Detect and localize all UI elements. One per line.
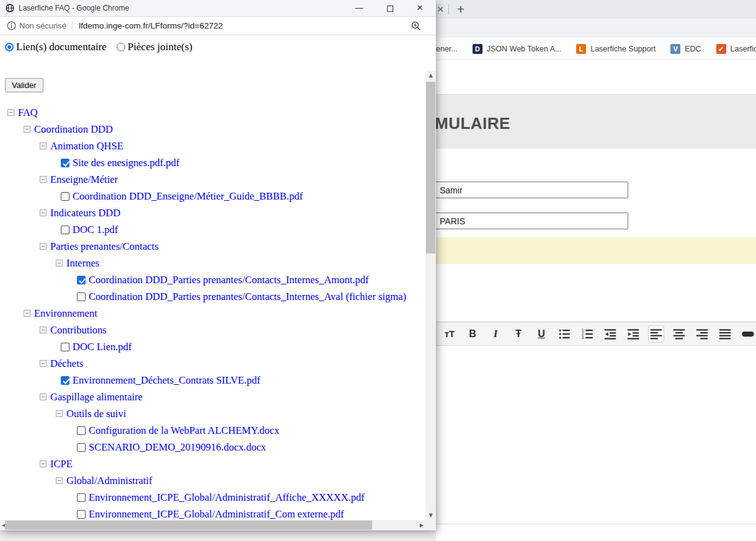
folder-label[interactable]: Gaspillage alimentaire [50,391,143,403]
scroll-up-arrow[interactable]: ▲ [425,73,436,78]
radio-icon[interactable] [117,43,125,51]
folder-label[interactable]: Internes [66,257,99,270]
zoom-icon[interactable] [411,21,421,31]
document-link[interactable]: Environnement_Déchets_Contrats SILVE.pdf [73,374,260,387]
scroll-right-arrow[interactable]: ▶ [420,522,424,528]
bookmark-item[interactable]: ener... [436,45,458,53]
vertical-scrollbar[interactable]: ▲ ▼ [425,71,436,520]
checkbox[interactable] [77,276,86,284]
radio-icon[interactable] [5,43,14,51]
name-field[interactable] [435,182,628,198]
folder-label[interactable]: Global/Administratif [66,475,152,487]
document-link[interactable]: Configuration de la WebPart ALCHEMY.docx [89,424,279,437]
folder-label[interactable]: Animation QHSE [50,140,123,152]
valider-button[interactable]: Valider [5,78,43,92]
collapse-icon[interactable]: − [56,477,63,484]
folder-label[interactable]: Parties prenantes/Contacts [50,240,159,253]
folder-label[interactable]: Outils de suivi [66,408,126,420]
folder-label[interactable]: Déchets [50,358,83,370]
italic-icon[interactable]: I [487,325,504,343]
url-text[interactable]: lfdemo.inge-com.fr/LFforms/?id=62722 [79,17,223,35]
info-icon[interactable] [7,21,16,30]
highlighted-field-row: XXX [434,237,756,264]
folder-label[interactable]: Indicateurs DDD [50,207,120,219]
collapse-icon[interactable]: − [24,126,30,133]
tab-close-icon[interactable]: ✕ [435,4,446,15]
horizontal-scrollbar[interactable]: ◀ ▶ [0,520,425,530]
editor-text-area[interactable] [436,346,756,451]
document-link[interactable]: DOC Lien.pdf [73,341,131,353]
radio-option[interactable]: Lien(s) documentaire [5,41,107,53]
bookmark-item[interactable]: VEDC [670,44,701,54]
folder-label[interactable]: ICPE [50,458,73,470]
horizontal-scroll-thumb[interactable] [5,521,372,530]
collapse-icon[interactable]: − [40,460,47,467]
document-link[interactable]: SCENARIO_DEMO_20190916.docx.docx [89,441,266,454]
bookmark-item[interactable]: LLaserfiche Support [576,44,656,54]
document-link[interactable]: Site des enesignes.pdf.pdf [73,157,179,169]
collapse-icon[interactable]: − [24,310,30,317]
bold-icon[interactable]: B [465,325,481,343]
bookmark-label: Laserfiche Forms [731,45,756,53]
collapse-icon[interactable]: − [56,260,63,266]
folder-label[interactable]: Environnement [34,307,97,320]
align-center-icon[interactable] [671,325,687,343]
collapse-icon[interactable]: − [56,410,63,417]
collapse-icon[interactable]: − [40,394,47,400]
collapse-icon[interactable]: − [40,243,47,250]
bullet-list-icon[interactable] [556,325,572,343]
document-link[interactable]: Coordination DDD_Enseigne/Métier_Guide_B… [73,190,303,203]
vertical-scroll-thumb[interactable] [426,82,435,253]
link-icon[interactable] [740,325,756,343]
checkbox[interactable] [61,376,69,385]
checkbox[interactable] [77,493,86,502]
tree-file-row: Configuration de la WebPart ALCHEMY.docx [0,422,425,439]
bookmark-item[interactable]: ✓Laserfiche Forms [716,44,756,54]
collapse-icon[interactable]: − [40,143,47,149]
tree-folder-row: −Internes [0,255,425,271]
checkbox[interactable] [61,192,69,201]
new-tab-button[interactable]: + [453,1,469,17]
checkbox[interactable] [77,443,86,452]
security-label: Non sécurisé [19,17,66,35]
text-size-icon[interactable]: тT [442,325,458,343]
collapse-icon[interactable]: − [40,327,47,333]
checkbox[interactable] [61,159,69,167]
align-right-icon[interactable] [694,325,710,343]
folder-label[interactable]: Coordination DDD [34,123,113,136]
folder-label[interactable]: Enseigne/Métier [50,174,118,186]
collapse-icon[interactable]: − [40,209,47,216]
checkbox[interactable] [61,226,69,234]
maximize-button[interactable] [380,0,400,16]
checkbox[interactable] [77,510,86,519]
justify-icon[interactable] [717,325,733,343]
indent-icon[interactable] [625,325,641,343]
document-link[interactable]: Coordination DDD_Parties prenantes/Conta… [89,274,368,286]
bookmark-item[interactable]: DJSON Web Token A... [473,44,561,54]
strikethrough-icon[interactable]: Ŧ [510,325,527,343]
underline-icon[interactable]: U [533,325,549,343]
document-link[interactable]: DOC 1.pdf [73,224,118,236]
checkbox[interactable] [77,292,86,301]
align-left-icon[interactable] [648,325,664,343]
popup-window: Laserfiche FAQ - Google Chrome — ✕ Non s… [0,0,436,530]
popup-titlebar[interactable]: Laserfiche FAQ - Google Chrome — ✕ [0,0,436,17]
scroll-down-arrow[interactable]: ▼ [425,512,436,518]
folder-label[interactable]: FAQ [18,107,38,119]
collapse-icon[interactable]: − [40,176,47,183]
radio-option[interactable]: Pièces jointe(s) [117,41,192,53]
close-button[interactable]: ✕ [410,0,430,16]
checkbox[interactable] [77,426,86,435]
collapse-icon[interactable]: − [7,109,14,116]
folder-label[interactable]: Contributions [50,324,107,336]
numbered-list-icon[interactable]: 123 [579,325,595,343]
document-link[interactable]: Coordination DDD_Parties prenantes/Conta… [89,291,406,303]
document-link[interactable]: Environnement_ICPE_Global/Administratif_… [89,508,344,521]
checkbox[interactable] [61,343,69,351]
city-field[interactable] [435,213,628,229]
outdent-icon[interactable] [602,325,618,343]
collapse-icon[interactable]: − [40,360,47,367]
document-link[interactable]: Environnement_ICPE_Global/Administratif_… [89,491,365,504]
minimize-button[interactable]: — [349,0,369,16]
popup-address-bar[interactable]: Non sécurisé lfdemo.inge-com.fr/LFforms/… [0,17,436,35]
